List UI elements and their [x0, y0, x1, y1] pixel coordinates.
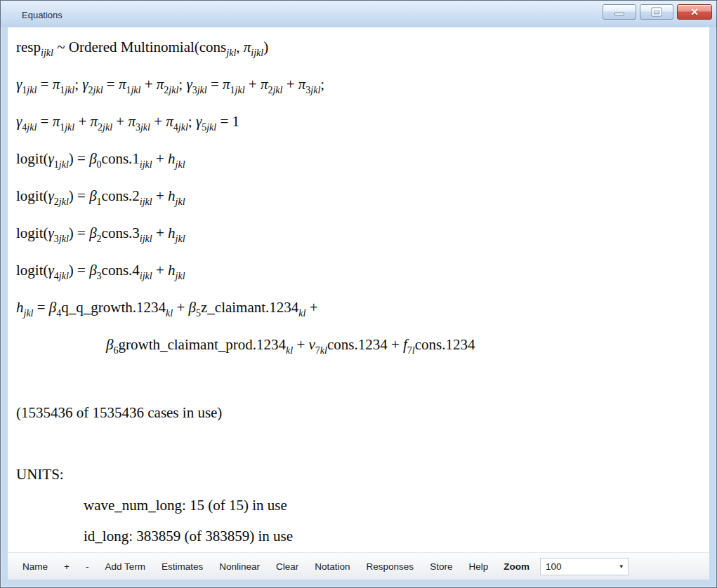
toolbar-button-name[interactable]: Name: [22, 560, 48, 573]
eq-token: 2: [54, 196, 59, 207]
eq-token: 3: [54, 234, 59, 244]
eq-token: =: [37, 113, 52, 130]
toolbar-buttons: Name+-Add TermEstimatesNonlinearClearNot…: [22, 560, 489, 573]
eq-token: ) =: [69, 225, 89, 241]
eq-token: kl: [166, 308, 173, 319]
eq-token: jkl: [197, 85, 207, 95]
eq-token: ~ Ordered Multinomial(cons: [53, 39, 226, 55]
eq-token: π: [261, 76, 268, 93]
eq-token: +: [152, 187, 168, 204]
eq-token: ;: [320, 76, 324, 93]
eq-token: 5: [196, 308, 201, 319]
title-bar[interactable]: Equations ✕: [1, 1, 716, 27]
maximize-button[interactable]: [640, 4, 673, 20]
toolbar-button-responses[interactable]: Responses: [366, 560, 415, 573]
equations-area: respijkl ~ Ordered Multinomial(consjkl, …: [8, 27, 709, 552]
eq-token: (1535436 of 1535436 cases in use): [16, 404, 222, 421]
eq-token: γ: [48, 262, 54, 279]
eq-token: ;: [188, 113, 196, 130]
eq-token: h: [168, 262, 176, 279]
toolbar-button-store[interactable]: Store: [429, 560, 453, 573]
equations-window: Equations ✕ respijkl ~ Ordered Multinomi…: [0, 0, 717, 588]
eq-token: cons.1234: [415, 336, 475, 353]
eq-token: resp: [16, 39, 41, 55]
eq-token: γ: [48, 150, 54, 167]
eq-token: 3: [192, 85, 197, 95]
eq-token: π: [244, 39, 251, 55]
eq-token: β: [189, 299, 196, 316]
eq-token: +: [173, 299, 188, 316]
equation-line[interactable]: hjkl = β4q_q_growth.1234kl + β5z_claiman…: [13, 292, 706, 329]
eq-token: π: [157, 76, 164, 93]
eq-token: π: [119, 76, 126, 93]
eq-token: q_q_growth.1234: [61, 299, 166, 316]
eq-token: = 1: [216, 113, 239, 130]
eq-token: γ: [48, 187, 54, 204]
equation-line[interactable]: logit(γ2jkl) = β1cons.2ijkl + hjkl: [13, 180, 706, 218]
toolbar-button-estimates[interactable]: Estimates: [161, 560, 204, 573]
equation-line[interactable]: logit(γ4jkl) = β3cons.4ijkl + hjkl: [13, 255, 706, 292]
equation-line[interactable]: β6growth_claimant_prod.1234kl + v7klcons…: [13, 329, 706, 366]
eq-token: γ: [196, 113, 202, 130]
eq-token: jkl: [27, 85, 37, 95]
equation-line[interactable]: logit(γ1jkl) = β0cons.1ijkl + hjkl: [13, 143, 706, 180]
eq-token: +: [282, 76, 298, 93]
eq-token: ijkl: [140, 196, 152, 207]
eq-token: +: [152, 262, 168, 279]
eq-token: jkl: [65, 122, 74, 133]
eq-token: growth_claimant_prod.1234: [118, 336, 286, 353]
eq-token: jkl: [59, 159, 69, 170]
eq-token: h: [168, 225, 176, 241]
equation-line[interactable]: logit(γ3jkl) = β2cons.3ijkl + hjkl: [13, 218, 706, 255]
toolbar-button-nonlinear[interactable]: Nonlinear: [218, 560, 261, 573]
eq-token: 7: [315, 345, 320, 356]
eq-token: ): [263, 39, 268, 55]
toolbar-button-clear[interactable]: Clear: [275, 560, 299, 573]
toolbar-button-remove[interactable]: -: [85, 560, 90, 573]
eq-token: jkl: [24, 308, 34, 319]
eq-token: β: [49, 299, 56, 316]
eq-token: kl: [298, 308, 305, 319]
eq-token: jkl: [176, 234, 185, 244]
zoom-label: Zoom: [504, 561, 529, 572]
eq-token: jkl: [27, 122, 37, 133]
eq-token: jkl: [59, 196, 69, 207]
eq-token: z_claimant.1234: [201, 299, 298, 316]
eq-token: π: [53, 76, 60, 93]
blank-line: [13, 428, 706, 459]
close-button[interactable]: ✕: [677, 4, 712, 20]
eq-token: γ: [48, 225, 54, 241]
zoom-select[interactable]: 100 ▾: [540, 558, 629, 575]
eq-token: logit(: [16, 262, 48, 279]
eq-token: logit(: [16, 150, 48, 167]
eq-token: jkl: [65, 85, 74, 95]
eq-token: jkl: [131, 85, 140, 95]
eq-token: β: [106, 336, 113, 353]
minimize-button[interactable]: [603, 4, 636, 20]
equation-line[interactable]: γ4jkl = π1jkl + π2jkl + π3jkl + π4jkl; γ…: [13, 106, 706, 143]
eq-token: 7: [407, 345, 412, 356]
eq-token: =: [207, 76, 223, 93]
equation-line[interactable]: respijkl ~ Ordered Multinomial(consjkl, …: [13, 32, 706, 69]
eq-token: jkl: [178, 122, 188, 133]
eq-token: β: [89, 187, 96, 204]
eq-token: kl: [320, 345, 327, 356]
toolbar-button-add[interactable]: +: [63, 560, 70, 573]
info-line: UNITS:: [13, 459, 706, 490]
eq-token: jkl: [235, 85, 245, 95]
maximize-icon: [652, 8, 662, 16]
toolbar-button-add-term[interactable]: Add Term: [104, 560, 146, 573]
eq-token: UNITS:: [16, 466, 64, 483]
eq-token: 3: [136, 122, 140, 133]
zoom-value: 100: [546, 561, 562, 572]
eq-token: logit(: [16, 187, 48, 204]
eq-token: γ: [82, 76, 88, 93]
equation-line[interactable]: γ1jkl = π1jkl; γ2jkl = π1jkl + π2jkl; γ3…: [13, 69, 706, 106]
eq-token: cons.3: [102, 225, 140, 241]
toolbar-button-notation[interactable]: Notation: [314, 560, 350, 573]
toolbar-button-help[interactable]: Help: [468, 560, 489, 573]
eq-token: 1: [230, 85, 235, 95]
info-line: (1535436 of 1535436 cases in use): [13, 397, 706, 428]
toolbar: Name+-Add TermEstimatesNonlinearClearNot…: [8, 552, 709, 580]
eq-token: 3: [97, 271, 102, 281]
